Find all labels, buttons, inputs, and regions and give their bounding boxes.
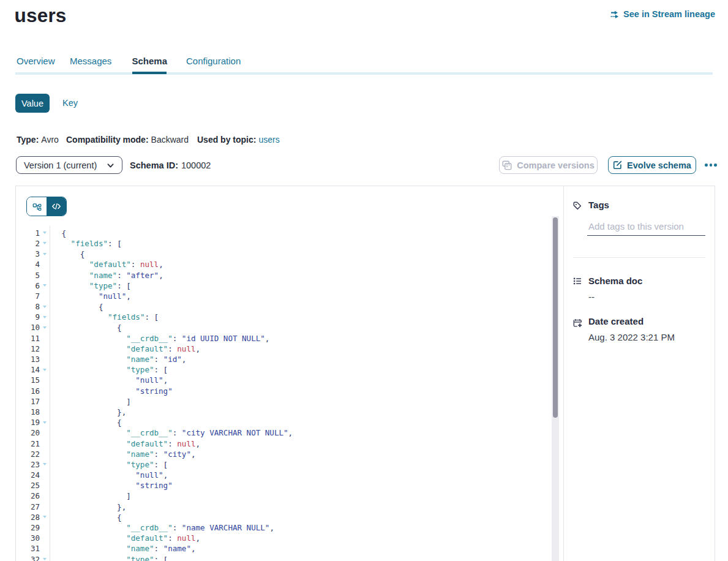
topic-link[interactable]: users [258, 135, 279, 145]
line-number: 23 [16, 459, 40, 470]
tags-input[interactable] [587, 219, 705, 236]
date-created-icon [573, 318, 582, 327]
schema-id: Schema ID: 100002 [130, 156, 211, 174]
line-number: 19 [16, 417, 40, 427]
fold-toggle-icon[interactable] [43, 421, 47, 424]
ellipsis-icon [705, 164, 708, 167]
code-text: "type": [ [126, 364, 168, 375]
pane-divider [563, 186, 564, 561]
tab-messages[interactable]: Messages [70, 56, 111, 66]
line-number: 7 [16, 291, 40, 301]
code-text: "default": null, [89, 259, 163, 269]
schema-doc-title: Schema doc [588, 276, 642, 287]
line-number: 29 [16, 522, 40, 533]
fold-toggle-icon[interactable] [43, 253, 47, 255]
code-line: 12"default": null, [16, 344, 562, 354]
code-text: }, [117, 407, 126, 417]
compare-versions-button[interactable]: Compare versions [499, 156, 598, 174]
topic-schema-page: users See in Stream lineage Overview Mes… [0, 0, 728, 561]
code-line: 26] [16, 491, 562, 501]
version-select[interactable]: Version 1 (current) [16, 156, 122, 174]
code-line: 16"string" [16, 386, 562, 396]
code-text: { [99, 301, 103, 312]
tab-schema[interactable]: Schema [132, 56, 168, 66]
code-text: "__crdb__": "city VARCHAR NOT NULL", [126, 427, 293, 438]
line-number: 25 [16, 480, 40, 491]
key-toggle-link[interactable]: Key [62, 98, 78, 108]
see-in-stream-lineage-link[interactable]: See in Stream lineage [610, 9, 715, 19]
editor-scrollbar-thumb[interactable] [553, 217, 558, 418]
code-text: "name": "after", [89, 270, 163, 280]
fold-toggle-icon[interactable] [43, 369, 47, 371]
fold-toggle-icon[interactable] [43, 516, 47, 518]
fold-toggle-icon[interactable] [43, 558, 47, 560]
sidebar-divider [573, 257, 705, 258]
more-actions-button[interactable] [703, 156, 719, 174]
see-in-stream-lineage-label: See in Stream lineage [623, 9, 715, 19]
line-number: 21 [16, 439, 40, 449]
line-number: 12 [16, 344, 40, 354]
fold-toggle-icon[interactable] [43, 463, 47, 465]
code-text: "null", [135, 470, 168, 480]
line-number: 31 [16, 543, 40, 554]
schema-doc-icon [573, 277, 582, 285]
tab-overview[interactable]: Overview [17, 56, 55, 66]
line-number: 3 [16, 249, 40, 259]
code-line: 25"string" [16, 480, 562, 491]
fold-toggle-icon[interactable] [43, 306, 47, 308]
value-toggle-button[interactable]: Value [15, 94, 50, 113]
code-line: 27}, [16, 502, 562, 512]
code-line: 32"type": [ [16, 554, 562, 561]
code-text: { [117, 322, 122, 333]
code-line: 6"type": [ [16, 280, 562, 291]
line-number: 15 [16, 375, 40, 385]
line-number: 5 [16, 270, 40, 280]
line-number: 32 [16, 554, 40, 561]
line-number: 16 [16, 386, 40, 396]
code-text: }, [117, 502, 126, 512]
code-text: "type": [ [126, 459, 168, 470]
code-line: 30"default": null, [16, 533, 562, 543]
fold-toggle-icon[interactable] [43, 326, 47, 329]
code-line: 5"name": "after", [16, 270, 562, 280]
code-text: ] [126, 491, 131, 501]
schema-meta-row: Type:Avro Compatibility mode:Backward Us… [0, 135, 728, 146]
tab-active-indicator [132, 72, 167, 75]
line-number: 17 [16, 396, 40, 407]
code-line: 22"name": "city", [16, 449, 562, 459]
code-line: 3{ [16, 249, 562, 259]
tab-track [15, 72, 713, 75]
line-number: 26 [16, 491, 40, 501]
fold-toggle-icon[interactable] [43, 284, 47, 287]
code-line: 13"name": "id", [16, 354, 562, 364]
code-text: "type": [ [89, 280, 131, 291]
code-line: 23"type": [ [16, 459, 562, 470]
code-text: "__crdb__": "name VARCHAR NULL", [126, 522, 274, 533]
schema-doc-value: -- [588, 292, 595, 303]
chevron-down-icon [107, 162, 114, 170]
line-number: 2 [16, 238, 40, 249]
line-number: 22 [16, 449, 40, 459]
fold-toggle-icon[interactable] [43, 232, 47, 234]
code-text: { [117, 512, 122, 522]
code-text: ] [126, 396, 131, 407]
fold-toggle-icon[interactable] [43, 316, 47, 318]
meta-used-by-topic: Used by topic:users [197, 135, 280, 145]
tab-configuration[interactable]: Configuration [186, 56, 241, 66]
tag-icon [573, 201, 582, 210]
code-line: 29"__crdb__": "name VARCHAR NULL", [16, 522, 562, 533]
version-toolbar: Version 1 (current) Schema ID: 100002 Co… [0, 156, 728, 174]
code-line: 28{ [16, 512, 562, 522]
evolve-schema-button[interactable]: Evolve schema [608, 156, 696, 174]
code-text: "fields": [ [71, 238, 122, 249]
code-text: "fields": [ [108, 312, 159, 322]
meta-type: Type:Avro [17, 135, 59, 145]
code-text: "name": "name", [126, 543, 195, 554]
code-line: 11"__crdb__": "id UUID NOT NULL", [16, 333, 562, 344]
line-number: 1 [16, 228, 40, 238]
fold-toggle-icon[interactable] [43, 242, 47, 244]
line-number: 18 [16, 407, 40, 417]
code-text: "name": "city", [126, 449, 195, 459]
schema-code-editor[interactable]: 1{2"fields": [3{4"default": null,5"name"… [16, 186, 562, 561]
editor-scrollbar[interactable] [552, 216, 559, 561]
